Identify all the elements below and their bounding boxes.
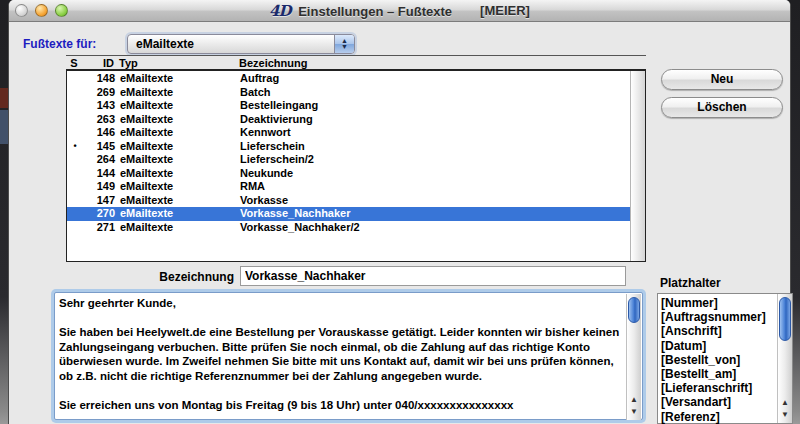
placeholder-item[interactable]: [Bestellt_am] [661,367,775,381]
footer-texts-table[interactable]: 148eMailtexteAuftrag 269eMailtexteBatch … [66,69,646,262]
id-cell: 269 [87,86,115,100]
typ-cell: eMailtexte [120,126,232,140]
column-header-typ[interactable]: Typ [119,57,231,69]
4d-logo-icon: 4D [269,2,290,20]
placeholders-listbox[interactable]: [Nummer] [Auftragsnummer] [Anschrift] [D… [657,293,793,424]
stepper-icon[interactable]: ▲ ▼ [334,35,354,53]
typ-cell: eMailtexte [120,180,232,194]
id-cell: 264 [87,153,115,167]
footer-type-label: Fußtexte für: [23,37,96,51]
typ-cell: eMailtexte [120,153,232,167]
placeholder-item[interactable]: [Nummer] [661,296,775,310]
status-cell [68,167,82,181]
table-row[interactable]: 146eMailtexteKennwort [67,126,630,140]
table-row[interactable]: 271eMailtexteVorkasse_Nachhaker/2 [67,221,630,235]
column-header-id[interactable]: ID [86,57,114,69]
window-titlebar[interactable]: 4D Einstellungen – Fußtexte [MEIER] [9,0,790,22]
body-scrollbar[interactable]: ▲ ▼ [626,294,641,420]
title-text: Einstellungen – Fußtexte [298,4,452,19]
table-scrollbar[interactable] [630,71,645,261]
id-cell: 270 [87,207,115,221]
table-row-selected[interactable]: 270eMailtexteVorkasse_Nachhaker [67,207,630,221]
greeting-line: Sehr geehrter Kunde, [59,296,623,311]
scrollbar-arrows[interactable]: ▲ ▼ [778,397,792,421]
scrollbar-arrows[interactable]: ▲ ▼ [627,394,641,418]
table-row[interactable]: 269eMailtexteBatch [67,86,630,100]
bezeichnung-cell: Auftrag [237,72,630,86]
column-header-s[interactable]: S [67,57,81,69]
delete-button[interactable]: Löschen [661,97,783,118]
desktop-background-detail [0,88,8,108]
id-cell: 148 [87,72,115,86]
bezeichnung-cell: Bestelleingang [237,99,630,113]
typ-cell: eMailtexte [120,194,232,208]
id-cell: 149 [87,180,115,194]
typ-cell: eMailtexte [120,72,232,86]
bezeichnung-cell: Vorkasse_Nachhaker/2 [237,221,630,235]
id-cell: 143 [87,99,115,113]
scroll-up-icon[interactable]: ▲ [627,394,641,406]
zoom-button[interactable] [55,4,68,17]
placeholder-item[interactable]: [Lieferanschrift] [661,381,775,395]
placeholder-item[interactable]: [Datum] [661,339,775,353]
settings-window: 4D Einstellungen – Fußtexte [MEIER] Fußt… [8,0,791,424]
status-cell [68,99,82,113]
footer-type-combobox[interactable]: eMailtexte ▲ ▼ [127,34,355,54]
bezeichnung-cell: Deaktivierung [237,113,630,127]
scroll-down-icon[interactable]: ▼ [778,409,792,421]
table-row[interactable]: 264eMailtexteLieferschein/2 [67,153,630,167]
close-button[interactable] [15,4,28,17]
table-header: S ID Typ Bezeichnung [66,55,646,69]
placeholders-scrollbar[interactable]: ▲ ▼ [777,294,792,423]
typ-cell: eMailtexte [120,86,232,100]
bezeichnung-cell: Lieferschein [237,140,630,154]
table-row[interactable]: 144eMailtexteNeukunde [67,167,630,181]
main-paragraph: Sie haben bei Heelywelt.de eine Bestellu… [59,325,623,383]
scrollbar-thumb[interactable] [628,297,640,323]
table-row[interactable]: 147eMailtexteVorkasse [67,194,630,208]
id-cell: 263 [87,113,115,127]
status-cell [68,153,82,167]
placeholder-item[interactable]: [Auftragsnummer] [661,310,775,324]
table-row[interactable]: 149eMailtexteRMA [67,180,630,194]
placeholder-item[interactable]: [Referenz] [661,410,775,424]
bezeichnung-cell: Lieferschein/2 [237,153,630,167]
placeholder-item[interactable]: [Bestellt_von] [661,353,775,367]
email-body-textarea[interactable]: Sehr geehrter Kunde, Sie haben bei Heely… [54,292,643,420]
bezeichnung-cell: Neukunde [237,167,630,181]
column-header-bezeichnung[interactable]: Bezeichnung [236,57,646,69]
table-row[interactable]: •145eMailtexteLieferschein [67,140,630,154]
placeholder-item[interactable]: [Versandart] [661,395,775,409]
bezeichnung-input[interactable] [240,266,626,286]
status-cell [68,221,82,235]
minimize-button[interactable] [35,4,48,17]
scrollbar-thumb[interactable] [779,297,791,341]
status-cell [68,113,82,127]
status-cell [68,194,82,208]
scroll-up-icon[interactable]: ▲ [778,397,792,409]
typ-cell: eMailtexte [120,113,232,127]
contact-line: Sie erreichen uns von Montag bis Freitag… [59,398,623,413]
email-body-text: Sehr geehrter Kunde, Sie haben bei Heely… [59,296,623,417]
stepper-down-icon[interactable]: ▼ [341,44,348,50]
placeholders-label: Platzhalter [660,276,721,290]
bezeichnung-cell: RMA [237,180,630,194]
title-suffix: [MEIER] [480,3,530,18]
status-dot-icon: • [68,140,82,154]
table-row[interactable]: 263eMailtexteDeaktivierung [67,113,630,127]
new-button[interactable]: Neu [661,69,783,90]
placeholder-item[interactable]: [Anschrift] [661,324,775,338]
scroll-down-icon[interactable]: ▼ [627,406,641,418]
table-row[interactable]: 143eMailtexteBestelleingang [67,99,630,113]
status-cell [68,180,82,194]
typ-cell: eMailtexte [120,221,232,235]
bezeichnung-cell: Batch [237,86,630,100]
bezeichnung-cell: Kennwort [237,126,630,140]
typ-cell: eMailtexte [120,99,232,113]
desktop-background-detail [0,110,8,144]
table-row[interactable]: 148eMailtexteAuftrag [67,72,630,86]
status-cell [68,126,82,140]
combobox-value: eMailtexte [128,37,334,51]
bezeichnung-cell: Vorkasse_Nachhaker [237,207,630,221]
bezeichnung-cell: Vorkasse [237,194,630,208]
